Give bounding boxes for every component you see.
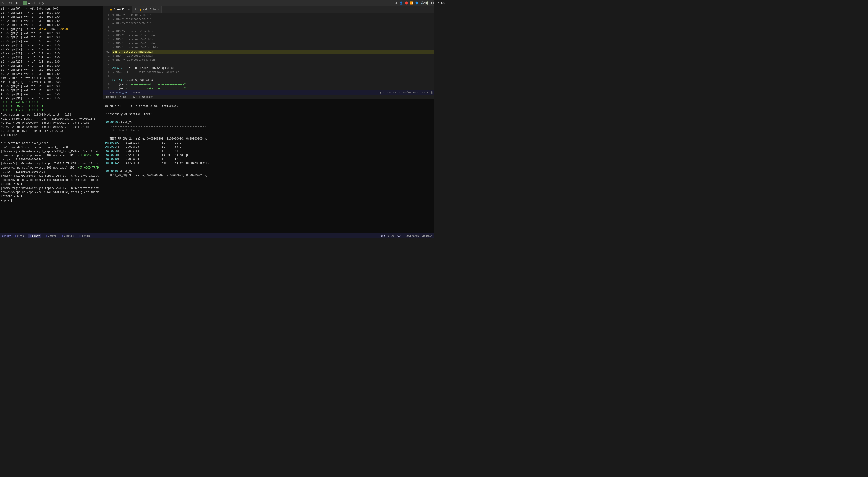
branch-icon: ⎇	[105, 91, 107, 94]
list-item: # IMG ?=riscvtest/rem.bin	[113, 54, 434, 58]
audio-icon[interactable]: 🔊	[420, 1, 424, 5]
list-item: t5 -> gpr[30] ==> ref: 0x0, mcu: 0x0	[1, 92, 102, 96]
tab-dot-icon-2	[140, 9, 142, 11]
taskbar-tab-rtl[interactable]: 0 rtl	[13, 234, 25, 238]
main-layout: s1 -> gpr[9] ==> ref: 0x0, mcu: 0x0 a0 -…	[0, 6, 434, 233]
tab-label-2: Makefile	[143, 8, 156, 11]
list-item: at pc = 0x0000000800004c8	[1, 158, 102, 162]
bluetooth-icon[interactable]: 🔷	[415, 1, 418, 5]
taskbar-tab-label-diff: diff	[34, 235, 40, 237]
list-item: a2 -> gpr[12] ==> ref: 0x0, mcu: 0x0	[1, 19, 102, 23]
list-item: Disassembly of section .text:	[105, 112, 432, 117]
taskbar-tab-label-notes: notes	[66, 235, 74, 237]
list-item: !!!!!!!!!! Match !!!!!!!!!!!	[1, 109, 102, 113]
encoding-info: utf-8	[403, 91, 411, 94]
top-bar: Activities Alacritty Aug 14 17:58 🗂 👤 🔴 …	[0, 0, 434, 6]
list-item: @echo "==========make bin ==============…	[113, 83, 434, 87]
alacritty-icon	[23, 1, 27, 5]
tab-label: Makefile	[113, 8, 126, 11]
network-icon[interactable]: 📶	[410, 1, 413, 5]
list-item: # IMG ?=riscvtest/mulh.bin	[113, 42, 434, 46]
list-item: mulhu.elf: file format elf32-littleriscv	[105, 104, 432, 108]
list-item: ion/csrc/npc_cpu/npc_exec.c:169 npc_exec…	[1, 154, 102, 158]
tab-makefile-1[interactable]: 1. Makefile ✕	[103, 6, 132, 13]
tab-close-button[interactable]: ✕	[128, 8, 130, 11]
list-item: ion/csrc/npc_cpu/npc_exec.c:169 npc_exec…	[1, 166, 102, 170]
taskbar-day: monday	[2, 235, 11, 237]
list-item: ARGS_DIFF = --diff=so/riscv32-spike-so	[113, 66, 434, 70]
list-item: a0 -> gpr[10] ==> ref: 0x0, mcu: 0x0	[1, 11, 102, 15]
list-item: dut regfiles after exec_once:	[1, 141, 102, 146]
ram-stat: RAM 4.8GB/14GB	[397, 235, 419, 237]
list-item: :	[105, 178, 432, 182]
list-item: uctions = 601	[1, 194, 102, 198]
taskbar-dot-4	[79, 235, 81, 237]
list-item	[113, 74, 434, 78]
left-terminal-content: s1 -> gpr[9] ==> ref: 0x0, mcu: 0x0 a0 -…	[1, 7, 102, 233]
branch-status: ⎇ main	[105, 91, 115, 94]
taskbar-tab-num-2: 2	[48, 235, 50, 237]
taskbar: monday 0 rtl 1 diff 2 wave 3 notes 4 nvi…	[0, 233, 434, 238]
list-item: # IMG ?=riscvtest/sb.bin	[113, 13, 434, 17]
list-item: s1 -> gpr[9] ==> ref: 0x0, mcu: 0x0	[1, 7, 102, 11]
taskbar-tab-num-1: 1	[32, 235, 33, 237]
editor-content[interactable]: 8 8 7 6 5 4 3 2 1 92 1 2 3 4 5 6 7	[103, 13, 434, 90]
list-item: s2 -> gpr[18] ==> ref: 0x0, mcu: 0x0	[1, 43, 102, 47]
clock: Aug 14 17:58	[424, 1, 434, 5]
list-item: 80000018 <test_3>:	[105, 169, 432, 173]
taskbar-dot-1	[29, 235, 31, 237]
list-item: 80000014: 4a771a63 bne a4,t2,800004c8 <f…	[105, 161, 432, 165]
list-item: t6 -> gpr[31] ==> ref: 0x0, mcu: 0x0	[1, 96, 102, 101]
user-icon[interactable]: 👤	[399, 1, 403, 5]
taskbar-stats: CPU 8.7% RAM 4.8GB/14GB 5M main	[380, 235, 432, 237]
list-item: [/home/fujie/Developer/git_repos/FAST_IN…	[1, 162, 102, 166]
tab-number-2: 2.	[134, 8, 138, 11]
list-item: s7 -> gpr[23] ==> ref: 0x0, mcu: 0x0	[1, 64, 102, 68]
list-item	[113, 25, 434, 29]
taskbar-tab-nvim[interactable]: 4 nvim	[78, 234, 91, 238]
scroll-indicator: ▓	[431, 91, 432, 94]
list-item: uctions = 601	[1, 182, 102, 186]
list-item: #---------------------------------------…	[105, 125, 432, 129]
editor-status-bar: ⎇ main ⊙ 0 △ 0 -- NORMAL -- ◉ 2 spaces: …	[103, 90, 434, 95]
list-item: a5 -> gpr[15] ==> ref: 0x0, mcu: 0x0	[1, 31, 102, 35]
ram-label: RAM	[397, 235, 401, 237]
taskbar-dot-3	[62, 235, 63, 237]
cpu-label: CPU	[380, 235, 385, 237]
list-item: [/home/fujie/Developer/git_repos/FAST_IN…	[1, 186, 102, 190]
activities-button[interactable]: Activities	[2, 1, 20, 5]
taskbar-tab-wave[interactable]: 2 wave	[44, 234, 58, 238]
taskbar-tab-num-0: 0	[17, 235, 19, 237]
list-item: don't run difftest, because commit_en = …	[1, 146, 102, 150]
list-item: !!!!!!!! Match !!!!!!!!!!	[1, 101, 102, 105]
tab-bar: 1. Makefile ✕ 2. Makefile ✕	[103, 6, 434, 13]
list-item: @echo "==========make bin ==============…	[113, 87, 434, 90]
list-item: a7 -> gpr[17] ==> ref: 0x0, mcu: 0x0	[1, 39, 102, 43]
left-terminal-pane: s1 -> gpr[9] ==> ref: 0x0, mcu: 0x0 a0 -…	[0, 6, 103, 233]
vim-mode: -- NORMAL --	[129, 91, 147, 94]
list-item: NO.601-> pc: 0x800004c4, instr: 0xc00010…	[1, 125, 102, 129]
filemanager-icon[interactable]: 🗂	[395, 1, 398, 5]
list-item: # IMG ?=riscvtest/mulhsu.bin	[113, 46, 434, 50]
list-item: s9 -> gpr[25] ==> ref: 0x0, mcu: 0x0	[1, 72, 102, 76]
cursor-position: 92:1	[422, 91, 428, 94]
redhat-icon[interactable]: 🔴	[405, 1, 408, 5]
list-item	[113, 62, 434, 66]
list-item: ion/csrc/npc_cpu/npc_exec.c:146 statisti…	[1, 190, 102, 194]
extra-stat: 5M main	[422, 235, 432, 237]
list-item: a6 -> gpr[16] ==> ref: 0x0, mcu: 0x0	[1, 35, 102, 39]
tab-makefile-2[interactable]: 2. Makefile ✕	[132, 6, 162, 13]
app-title: Alacritty	[28, 1, 44, 5]
taskbar-tab-notes[interactable]: 3 notes	[60, 234, 75, 238]
tab-close-button-2[interactable]: ✕	[158, 8, 159, 11]
list-item: [/home/fujie/Developer/git_repos/FAST_IN…	[1, 150, 102, 154]
taskbar-tab-diff[interactable]: 1 diff	[28, 234, 41, 238]
code-lines: # IMG ?=riscvtest/sb.bin # IMG ?=riscvte…	[112, 13, 434, 90]
lsp-status: ⊙ 0 △ 0	[116, 91, 127, 94]
list-item: s8 -> gpr[24] ==> ref: 0x0, mcu: 0x0	[1, 68, 102, 72]
taskbar-tab-label-wave: wave	[50, 235, 56, 237]
list-item: t3 -> gpr[28] ==> ref: 0x0, mcu: 0x0	[1, 84, 102, 88]
list-item: a4 -> gpr[14] ==> ref: 0xa500, mcu: 0xa5…	[1, 27, 102, 31]
list-item: s3 -> gpr[19] ==> ref: 0x0, mcu: 0x0	[1, 47, 102, 52]
buffer-info: ◉ 2	[380, 91, 384, 94]
